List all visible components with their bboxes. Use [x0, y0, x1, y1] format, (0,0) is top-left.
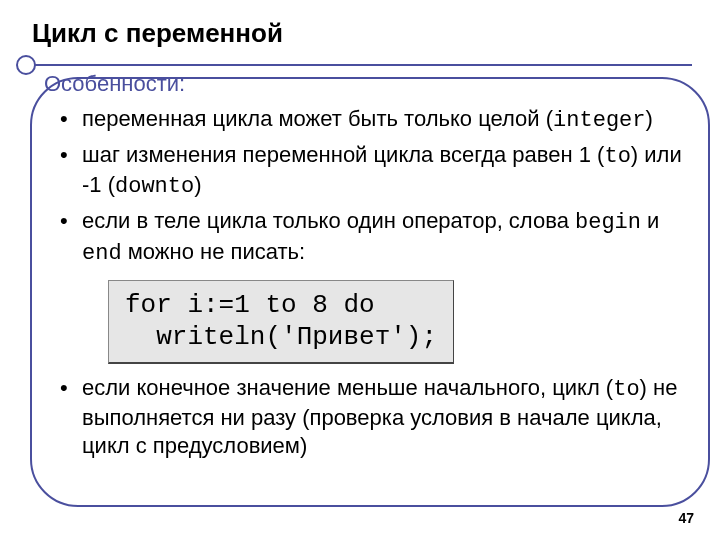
rule-circle-icon: [16, 55, 36, 75]
bullet-text: ): [646, 106, 653, 131]
bullet-list-2: если конечное значение меньше начального…: [60, 374, 692, 460]
bullet-text: ): [194, 172, 201, 197]
bullet-text: если конечное значение меньше начального…: [82, 375, 613, 400]
subtitle: Особенности:: [44, 71, 692, 97]
title-rule: [32, 55, 692, 57]
bullet-text: можно не писать:: [122, 239, 306, 264]
bullet-text: шаг изменения переменной цикла всегда ра…: [82, 142, 604, 167]
code-inline: integer: [553, 108, 645, 133]
bullet-text: и: [641, 208, 659, 233]
content-area: Особенности: переменная цикла может быть…: [38, 71, 692, 460]
page-number: 47: [678, 510, 694, 526]
list-item: шаг изменения переменной цикла всегда ра…: [60, 141, 692, 201]
code-inline: to: [604, 144, 630, 169]
page-title: Цикл с переменной: [32, 18, 692, 49]
code-inline: to: [613, 377, 639, 402]
code-inline: begin: [575, 210, 641, 235]
list-item: если в теле цикла только один оператор, …: [60, 207, 692, 267]
rule-line: [32, 64, 692, 66]
list-item: переменная цикла может быть только целой…: [60, 105, 692, 135]
slide: Цикл с переменной Особенности: переменна…: [0, 0, 720, 540]
list-item: если конечное значение меньше начального…: [60, 374, 692, 460]
code-inline: end: [82, 241, 122, 266]
bullet-text: если в теле цикла только один оператор, …: [82, 208, 575, 233]
code-sample: for i:=1 to 8 do writeln('Привет');: [108, 280, 454, 364]
bullet-list: переменная цикла может быть только целой…: [60, 105, 692, 268]
code-inline: downto: [115, 174, 194, 199]
bullet-text: переменная цикла может быть только целой…: [82, 106, 553, 131]
